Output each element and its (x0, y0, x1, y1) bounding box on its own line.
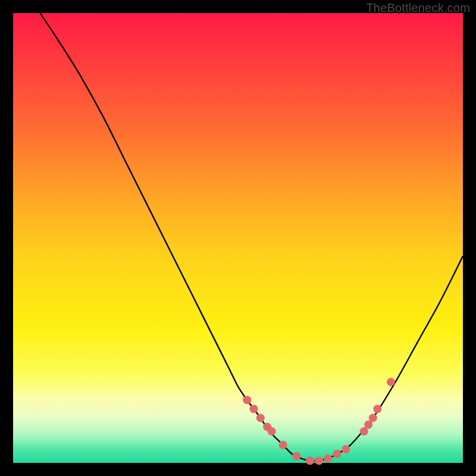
curve-dot (369, 414, 377, 422)
chart-svg (13, 13, 463, 463)
curve-dot (292, 452, 300, 461)
curve-dot (360, 427, 368, 436)
curve-dot (324, 454, 332, 462)
bottleneck-curve (40, 13, 463, 461)
curve-dot (373, 405, 381, 413)
chart-plot-area (13, 13, 463, 463)
watermark-label: TheBottleneck.com (366, 1, 470, 15)
curve-dot (243, 396, 251, 404)
curve-dot (250, 405, 258, 413)
curve-dot (387, 378, 395, 386)
curve-dot (315, 456, 323, 465)
curve-dot (306, 456, 314, 465)
curve-dots-group (243, 378, 395, 465)
curve-dot (256, 414, 265, 422)
curve-dot (333, 450, 341, 458)
curve-dot (279, 441, 287, 449)
curve-dot (268, 427, 276, 436)
curve-dot (342, 445, 350, 453)
chart-stage: TheBottleneck.com (0, 0, 476, 476)
